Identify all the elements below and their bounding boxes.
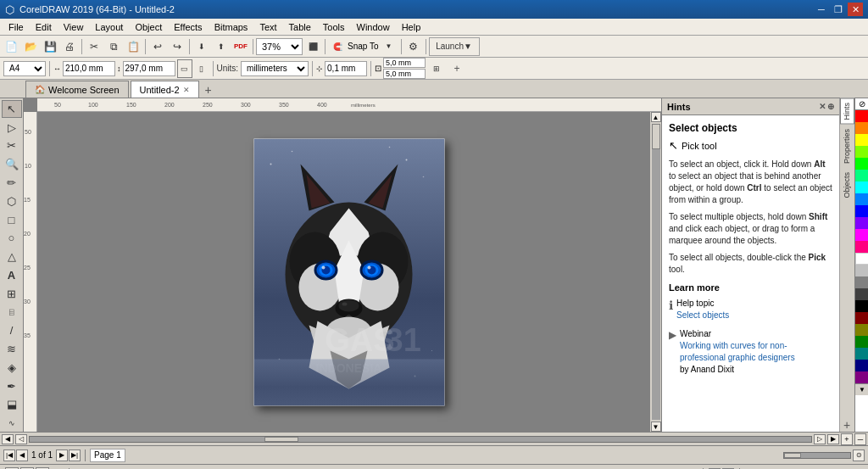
hints-pin-icon[interactable]: ⊕ [827, 102, 834, 111]
freehand-tool-button[interactable]: ✏ [2, 174, 22, 192]
dimension-tool-button[interactable]: ⌸ [2, 304, 22, 321]
menu-edit[interactable]: Edit [31, 20, 57, 34]
color-swatch-darkpurple[interactable] [855, 371, 868, 383]
cut-button[interactable]: ✂ [85, 37, 103, 56]
color-swatch-purple[interactable] [855, 217, 868, 229]
color-swatch-lime[interactable] [855, 146, 868, 158]
zoom-tool-button[interactable]: 🔍 [2, 155, 22, 173]
add-tab-button[interactable]: + [201, 82, 216, 98]
color-swatch-blue[interactable] [855, 205, 868, 217]
add-panel-button[interactable]: + [840, 418, 854, 432]
color-swatch-olive[interactable] [855, 324, 868, 336]
next-page-button[interactable]: ▶ [56, 449, 68, 461]
color-swatch-darkgray[interactable] [855, 288, 868, 300]
menu-text[interactable]: Text [254, 20, 281, 34]
h-scroll-thumb2[interactable] [784, 453, 801, 458]
export-button[interactable]: ⬆ [212, 37, 231, 56]
zoom-100-button[interactable]: ⊙ [853, 449, 865, 461]
landscape-button[interactable]: ▯ [194, 59, 209, 78]
page-borders-button[interactable]: ⊞ [427, 59, 446, 78]
h-scroll-track2[interactable] [783, 452, 851, 459]
vertical-scrollbar[interactable]: ▲ ▼ [649, 112, 661, 432]
color-swatch-darkred[interactable] [855, 312, 868, 324]
minimize-button[interactable]: ─ [814, 3, 829, 16]
rectangle-tool-button[interactable]: □ [2, 211, 22, 229]
polygon-tool-button[interactable]: △ [2, 248, 22, 265]
menu-help[interactable]: Help [397, 20, 426, 34]
hints-close-icon[interactable]: ✕ [819, 102, 826, 111]
menu-tools[interactable]: Tools [318, 20, 350, 34]
scroll-thumb-v[interactable] [652, 124, 660, 149]
print-button[interactable]: 🖨 [60, 37, 79, 56]
units-select[interactable]: millimeters [241, 61, 309, 76]
no-color-swatch[interactable]: ⊘ [855, 98, 868, 110]
prev-page-button[interactable]: ◀ [16, 449, 28, 461]
canvas-area[interactable]: 50 100 150 200 250 300 350 400 millimete… [24, 98, 661, 432]
menu-window[interactable]: Window [352, 20, 395, 34]
webinar-title-link[interactable]: Working with curves for non-professional… [680, 341, 795, 362]
menu-object[interactable]: Object [130, 20, 167, 34]
menu-table[interactable]: Table [284, 20, 316, 34]
color-swatch-darkblue[interactable] [855, 360, 868, 371]
color-swatch-green[interactable] [855, 158, 868, 170]
close-tab-icon[interactable]: ✕ [183, 86, 190, 94]
pdf-button[interactable]: PDF [231, 37, 250, 56]
open-button[interactable]: 📂 [21, 37, 40, 56]
properties-tab[interactable]: Properties [840, 125, 854, 168]
menu-effects[interactable]: Effects [169, 20, 207, 34]
paste-button[interactable]: 📋 [124, 37, 142, 56]
node-tool-button[interactable]: ▷ [2, 119, 22, 137]
document-tab[interactable]: Untitled-2 ✕ [131, 81, 199, 98]
portrait-button[interactable]: ▭ [177, 59, 192, 78]
menu-layout[interactable]: Layout [90, 20, 128, 34]
transparency-tool-button[interactable]: ◈ [2, 359, 22, 377]
blend-tool-button[interactable]: ≋ [2, 340, 22, 358]
zoom-out-button[interactable]: ⬛ [303, 37, 322, 56]
fill-tool-button[interactable]: ⬓ [2, 396, 22, 414]
last-page-button[interactable]: ▶| [69, 449, 81, 461]
pick-tool-button[interactable]: ↖ [2, 100, 22, 118]
margin-h-input[interactable] [383, 58, 426, 68]
options-button[interactable]: ⚙ [404, 37, 423, 56]
color-swatch-red[interactable] [855, 110, 868, 122]
redo-button[interactable]: ↪ [168, 37, 186, 56]
color-swatch-sky[interactable] [855, 193, 868, 205]
color-swatch-darkteal[interactable] [855, 348, 868, 360]
page-size-select[interactable]: A4 [3, 61, 46, 76]
zoom-dropdown[interactable]: 37% [256, 38, 303, 55]
color-swatch-teal[interactable] [855, 170, 868, 181]
color-swatch-cyan[interactable] [855, 181, 868, 193]
scroll-up-button[interactable]: ▲ [651, 112, 661, 122]
welcome-tab[interactable]: 🏠 Welcome Screen [25, 81, 129, 98]
more-colors-button[interactable]: ▼ [855, 383, 868, 395]
color-swatch-gray[interactable] [855, 276, 868, 288]
scroll-down-button[interactable]: ▼ [651, 422, 661, 432]
scroll-thumb-h[interactable] [264, 437, 298, 442]
scroll-prev-button[interactable]: ◁ [15, 434, 27, 444]
undo-button[interactable]: ↩ [148, 37, 167, 56]
margin-v-input[interactable] [383, 69, 426, 79]
launch-button[interactable]: Launch ▼ [429, 37, 480, 56]
eyedropper-tool-button[interactable]: ✒ [2, 377, 22, 395]
new-button[interactable]: 📄 [2, 37, 20, 56]
color-swatch-black[interactable] [855, 300, 868, 312]
menu-bitmaps[interactable]: Bitmaps [209, 20, 253, 34]
smart-drawing-button[interactable]: ∿ [2, 414, 22, 432]
color-swatch-white[interactable] [855, 253, 868, 265]
color-swatch-darkgreen[interactable] [855, 336, 868, 348]
hints-tab[interactable]: Hints [840, 98, 854, 125]
first-page-button[interactable]: |◀ [3, 449, 15, 461]
close-button[interactable]: ✕ [848, 3, 863, 16]
copy-button[interactable]: ⧉ [104, 37, 123, 56]
menu-view[interactable]: View [58, 20, 89, 34]
add-page-button[interactable]: + [448, 59, 466, 78]
scroll-track-v[interactable] [652, 124, 660, 420]
help-topic-link[interactable]: Select objects [676, 310, 729, 320]
nudge-input[interactable] [325, 61, 367, 76]
text-tool-button[interactable]: A [2, 266, 22, 284]
menu-file[interactable]: File [3, 20, 29, 34]
width-input[interactable] [63, 61, 115, 76]
connector-tool-button[interactable]: / [2, 321, 22, 339]
smart-fill-button[interactable]: ⬡ [2, 193, 22, 210]
restore-button[interactable]: ❐ [831, 3, 846, 16]
